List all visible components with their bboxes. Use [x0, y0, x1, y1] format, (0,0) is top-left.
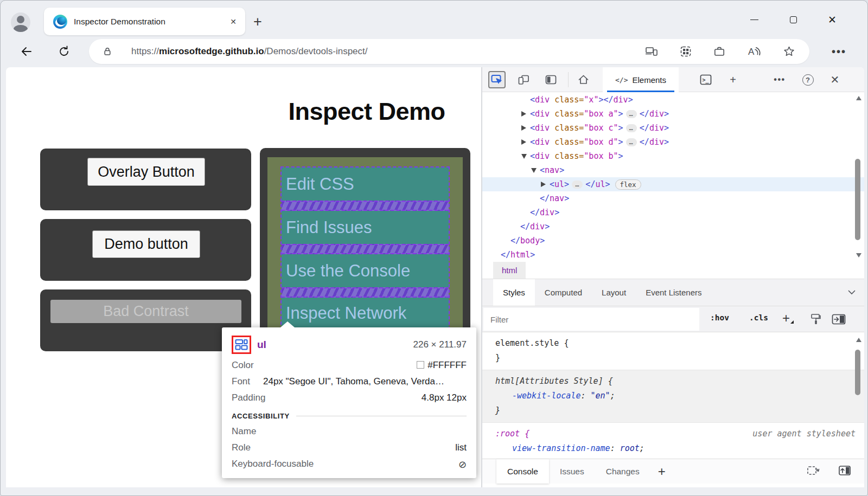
activity-refresh-icon[interactable] — [807, 465, 820, 476]
back-button[interactable] — [20, 45, 33, 58]
split-screen-icon[interactable] — [680, 46, 692, 57]
expander-closed-icon[interactable] — [541, 182, 546, 187]
browser-settings-menu-icon[interactable]: ••• — [832, 46, 846, 58]
scroll-up-icon[interactable] — [856, 96, 861, 100]
nav-link[interactable]: Edit CSS — [282, 168, 449, 201]
browser-tab[interactable]: Inspector Demonstration ✕ — [44, 8, 245, 35]
window-close-button[interactable]: ✕ — [824, 14, 840, 25]
tab-close-icon[interactable]: ✕ — [230, 17, 237, 26]
flex-badge[interactable]: flex — [615, 179, 641, 190]
collapsed-children-icon[interactable]: … — [626, 110, 637, 118]
dom-tree-row[interactable]: <div class="box a">…</div> — [482, 107, 864, 121]
window-maximize-button[interactable] — [785, 14, 801, 25]
profile-avatar[interactable] — [11, 12, 30, 32]
dom-tree-row[interactable]: <div class="box c">…</div> — [482, 121, 864, 135]
dom-tree-row[interactable]: </body> — [482, 234, 864, 248]
expand-drawer-icon[interactable] — [838, 465, 851, 476]
site-permissions-lock-icon[interactable] — [102, 46, 113, 57]
devtools-close-icon[interactable]: ✕ — [826, 71, 844, 88]
styles-filter-input[interactable] — [483, 308, 699, 331]
padding-value: 4.8px 12px — [422, 392, 467, 403]
tab-elements[interactable]: </> Elements — [603, 67, 679, 92]
tab-event-listeners[interactable]: Event Listeners — [636, 279, 711, 306]
rendering-brush-icon[interactable] — [810, 313, 821, 325]
a11y-name-label: Name — [232, 426, 279, 437]
collapsed-children-icon[interactable]: … — [626, 124, 637, 132]
collections-briefcase-icon[interactable] — [713, 46, 725, 57]
drawer-tab-console[interactable]: Console — [496, 459, 549, 484]
tab-computed[interactable]: Computed — [535, 279, 592, 306]
scroll-thumb[interactable] — [855, 350, 860, 395]
new-tab-button[interactable]: + — [253, 14, 262, 30]
styles-panel-tabs: StylesComputedLayoutEvent Listeners — [482, 279, 864, 306]
dom-tree-row[interactable]: <nav> — [482, 163, 864, 177]
collapsed-children-icon[interactable]: … — [572, 181, 583, 189]
dock-side-button[interactable] — [542, 71, 559, 88]
drawer-tab-changes[interactable]: Changes — [595, 459, 650, 484]
scroll-down-icon[interactable] — [856, 253, 861, 257]
a11y-keyboard-label: Keyboard-focusable — [232, 459, 314, 469]
favorites-star-icon[interactable] — [783, 46, 795, 57]
device-emulation-button[interactable] — [515, 71, 532, 88]
dom-tree[interactable]: <div class="x"></div><div class="box a">… — [482, 93, 864, 262]
styles-rules-pane[interactable]: element.style {}html[Attributes Style] {… — [482, 332, 864, 459]
tab-styles[interactable]: Styles — [493, 279, 535, 306]
expander-closed-icon[interactable] — [521, 139, 526, 145]
styles-scrollbar[interactable] — [853, 336, 863, 455]
webpage-viewport: Inspect Demo Overlay Button Demo button … — [6, 67, 481, 487]
avatar-body — [14, 25, 28, 32]
devtools-home-button[interactable] — [575, 71, 592, 88]
demo-button[interactable]: Demo button — [92, 230, 200, 258]
box-a: Overlay Button — [40, 149, 251, 210]
style-rule[interactable]: element.style {} — [482, 332, 864, 370]
window-minimize-button[interactable] — [746, 14, 762, 25]
style-rule[interactable]: :root {user agent stylesheetview-transit… — [482, 423, 864, 459]
dom-tree-row[interactable]: <ul>…</ul>flex — [482, 177, 864, 191]
nav-link[interactable]: Use the Console — [282, 254, 449, 287]
toggle-hover-state-button[interactable]: :hov — [710, 313, 729, 322]
drawer-tab-issues[interactable]: Issues — [549, 459, 595, 484]
flex-gap-highlight — [282, 201, 449, 211]
dom-tree-row[interactable]: <div class="x"></div> — [482, 93, 864, 107]
expander-closed-icon[interactable] — [521, 111, 526, 117]
expander-open-icon[interactable] — [521, 154, 527, 159]
send-to-devices-icon[interactable] — [645, 46, 658, 57]
dom-tree-row[interactable]: <div class="box d">…</div> — [482, 135, 864, 149]
devtools-more-icon[interactable]: ••• — [771, 71, 788, 88]
flex-gap-highlight — [282, 287, 449, 298]
console-tool-icon[interactable]: >_ — [697, 71, 714, 88]
read-aloud-icon[interactable]: A — [747, 46, 761, 57]
address-bar[interactable]: https://microsoftedge.github.io/Demos/de… — [89, 39, 809, 64]
dom-tree-scrollbar[interactable] — [853, 93, 863, 262]
collapsed-children-icon[interactable]: … — [626, 138, 637, 146]
style-rule[interactable]: html[Attributes Style] {-webkit-locale: … — [482, 370, 864, 423]
dom-tree-row[interactable]: </div> — [482, 205, 864, 220]
expander-open-icon[interactable] — [531, 168, 537, 173]
drawer-add-tab-button[interactable]: + — [658, 459, 666, 484]
url-scheme: https:// — [131, 46, 159, 56]
dom-tree-row[interactable]: </nav> — [482, 191, 864, 205]
breadcrumb-html[interactable]: html — [493, 262, 526, 279]
bad-contrast-button[interactable]: Bad Contrast — [50, 300, 241, 323]
toggle-class-button[interactable]: .cls — [749, 313, 768, 322]
expander-closed-icon[interactable] — [521, 125, 526, 131]
dom-tree-row[interactable]: </div> — [482, 220, 864, 234]
overlay-button[interactable]: Overlay Button — [87, 158, 205, 186]
scroll-up-icon[interactable] — [856, 338, 861, 342]
url-host: microsoftedge.github.io — [159, 46, 264, 56]
new-style-rule-button[interactable]: + — [782, 311, 790, 326]
dom-tree-row[interactable]: <div class="box b"> — [482, 149, 864, 163]
inspect-element-tool-button[interactable] — [488, 71, 506, 88]
devtools-help-icon[interactable]: ? — [799, 71, 816, 88]
computed-sidebar-toggle-icon[interactable] — [832, 314, 846, 325]
styles-filter-row: :hov .cls + — [482, 306, 864, 332]
refresh-button[interactable] — [58, 45, 71, 58]
dom-tree-row[interactable]: </html> — [482, 248, 864, 262]
chevron-down-icon[interactable] — [848, 290, 856, 295]
url-text[interactable]: https://microsoftedge.github.io/Demos/de… — [131, 46, 645, 57]
scroll-thumb[interactable] — [855, 159, 860, 240]
devtools-add-tab-button[interactable]: + — [724, 71, 742, 88]
nav-link[interactable]: Inspect Network — [282, 298, 449, 329]
tab-layout[interactable]: Layout — [592, 279, 636, 306]
nav-link[interactable]: Find Issues — [282, 211, 449, 244]
